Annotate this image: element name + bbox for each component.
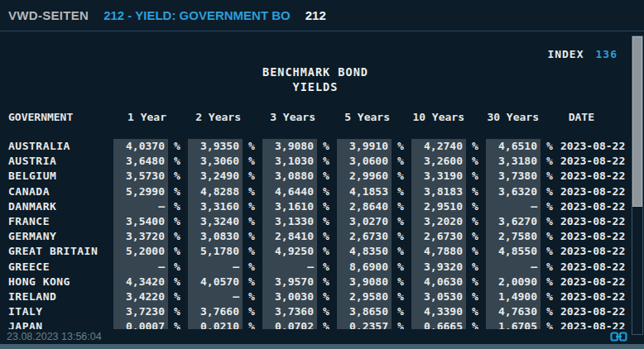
date-value: 2023-08-22 [560, 319, 631, 329]
column-header-10-years: 10 Years [411, 111, 486, 123]
country-name: AUSTRALIA [0, 139, 113, 154]
statusbar: 23.08.2023 13:56:04 [0, 329, 644, 344]
country-name: FRANCE [0, 214, 113, 229]
percent-sign: % [541, 199, 560, 214]
titlebar: VWD-SEITEN 212 - YIELD: GOVERNMENT BO 21… [0, 0, 644, 31]
country-name: BELGIUM [0, 169, 113, 184]
yield-value: 4,2740 [411, 139, 466, 154]
date-value: 2023-08-22 [560, 275, 631, 289]
scrollbar-thumb[interactable] [632, 36, 642, 207]
percent-sign: % [317, 319, 337, 329]
yield-value: 4,3420 [113, 275, 168, 289]
yield-value: 0,2357 [337, 319, 392, 329]
percent-sign: % [541, 184, 560, 199]
yield-value: 3,3190 [411, 169, 466, 184]
date-value: 2023-08-22 [560, 260, 631, 275]
date-value: 2023-08-22 [560, 229, 631, 244]
yield-value: 2,8640 [337, 199, 392, 214]
percent-sign: % [317, 244, 337, 259]
yield-value: 4,1853 [337, 184, 392, 199]
percent-sign: % [243, 275, 262, 289]
percent-sign: % [392, 169, 411, 184]
yield-value: 3,0600 [337, 154, 392, 169]
table-header-row: GOVERNMENT 1 Year 2 Years 3 Years 5 Year… [0, 111, 631, 123]
column-header-date: DATE [560, 111, 631, 123]
country-name: ITALY [0, 304, 113, 319]
scrollbar-track[interactable] [632, 36, 643, 335]
page-number-input[interactable]: 212 [305, 8, 326, 22]
country-name: HONG KONG [0, 275, 113, 289]
percent-sign: % [168, 184, 188, 199]
yield-value: 3,7380 [486, 169, 541, 184]
yield-value: 3,5400 [113, 214, 168, 229]
country-name: CANADA [0, 184, 113, 199]
percent-sign: % [541, 304, 560, 319]
percent-sign: % [243, 154, 262, 169]
yield-value: 3,7230 [113, 304, 168, 319]
yield-value: 2,7580 [486, 229, 541, 244]
yield-value: 1,4900 [486, 289, 541, 304]
yield-value: 3,3160 [188, 199, 243, 214]
percent-sign: % [541, 139, 560, 154]
yield-value: 3,2020 [411, 214, 466, 229]
yield-value: 3,4220 [113, 289, 168, 304]
date-value: 2023-08-22 [560, 199, 631, 214]
percent-sign: % [168, 199, 188, 214]
table-row: GREAT BRITAIN5,2000%5,1780%4,9250%4,8350… [0, 244, 631, 259]
column-header-3-years: 3 Years [262, 111, 337, 123]
country-name: GREECE [0, 260, 113, 275]
percent-sign: % [466, 184, 486, 199]
percent-sign: % [466, 229, 486, 244]
yield-value: 3,3180 [486, 154, 541, 169]
yield-value: 3,0880 [262, 169, 317, 184]
yield-value: 4,9250 [262, 244, 317, 259]
percent-sign: % [541, 244, 560, 259]
yield-value: 4,3390 [411, 304, 466, 319]
yield-value: 3,6320 [486, 184, 541, 199]
yield-value: 4,7630 [486, 304, 541, 319]
table-row: FRANCE3,5400%3,3240%3,1330%3,0270%3,2020… [0, 214, 631, 229]
index-label: INDEX [547, 48, 584, 60]
percent-sign: % [466, 275, 486, 289]
percent-sign: % [317, 214, 337, 229]
percent-sign: % [317, 229, 337, 244]
percent-sign: % [168, 214, 188, 229]
yield-value: 3,9080 [337, 275, 392, 289]
percent-sign: % [466, 304, 486, 319]
percent-sign: % [392, 139, 411, 154]
country-name: GREAT BRITAIN [0, 244, 113, 259]
yield-value: 8,6900 [337, 260, 392, 275]
index-value-link[interactable]: 136 [596, 48, 618, 60]
page-title-link[interactable]: 212 - YIELD: GOVERNMENT BO [103, 8, 291, 22]
yield-value: 4,0630 [411, 275, 466, 289]
table-row: JAPAN0,0007%0,0210%0,0702%0,2357%0,6665%… [0, 319, 631, 329]
table-row: GERMANY3,3720%3,0830%2,8410%2,6730%2,673… [0, 229, 631, 244]
yield-value: 3,2490 [188, 169, 243, 184]
table-row: AUSTRALIA4,0370%3,9350%3,9080%3,9910%4,2… [0, 139, 631, 154]
percent-sign: % [392, 154, 411, 169]
column-header-1-year: 1 Year [113, 111, 188, 123]
percent-sign: % [243, 139, 262, 154]
percent-sign: % [243, 229, 262, 244]
yield-value: 3,9910 [337, 139, 392, 154]
country-name: IRELAND [0, 289, 113, 304]
yield-value: 4,8550 [486, 244, 541, 259]
report-title: BENCHMARK BOND YIELDS [0, 65, 631, 94]
percent-sign: % [168, 139, 188, 154]
yield-value: 3,0030 [262, 289, 317, 304]
percent-sign: % [168, 260, 188, 275]
content-area: INDEX136 BENCHMARK BOND YIELDS GOVERNMEN… [0, 32, 644, 329]
table-row: DANMARK–%3,3160%3,1610%2,8640%2,9510%–%2… [0, 199, 631, 214]
yield-value: 5,1780 [188, 244, 243, 259]
percent-sign: % [541, 289, 560, 304]
table-row: HONG KONG4,3420%4,0570%3,9570%3,9080%4,0… [0, 275, 631, 289]
country-name: JAPAN [0, 319, 113, 329]
table-row: IRELAND3,4220%–%3,0030%2,9580%3,0530%1,4… [0, 289, 631, 304]
column-header-5-years: 5 Years [337, 111, 411, 123]
yield-value: 4,6440 [262, 184, 317, 199]
yield-value: 3,0830 [188, 229, 243, 244]
yield-value: 0,0702 [262, 319, 317, 329]
link-icon[interactable] [610, 332, 627, 342]
yield-value: 3,9320 [411, 260, 466, 275]
date-value: 2023-08-22 [560, 169, 631, 184]
